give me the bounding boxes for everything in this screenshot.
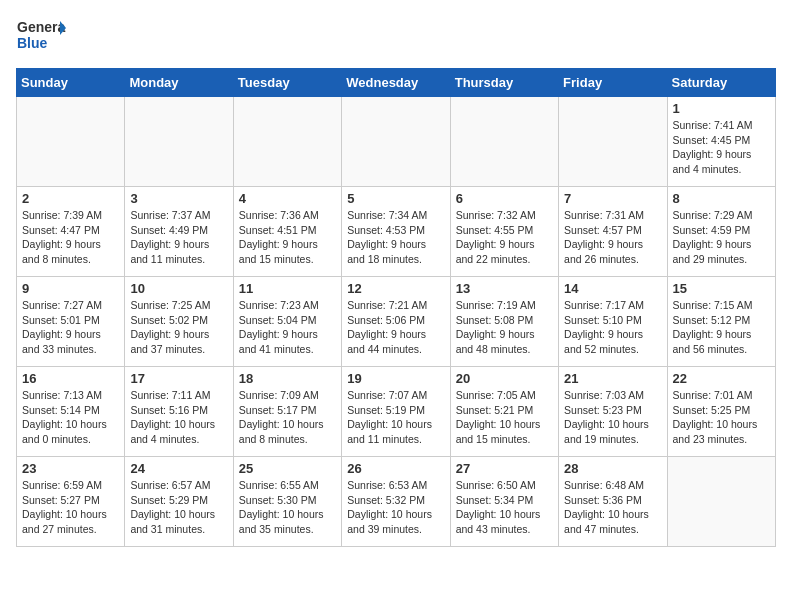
page-header: General Blue bbox=[16, 16, 776, 58]
day-info: Sunrise: 7:37 AM Sunset: 4:49 PM Dayligh… bbox=[130, 208, 227, 267]
calendar-cell: 23Sunrise: 6:59 AM Sunset: 5:27 PM Dayli… bbox=[17, 457, 125, 547]
day-info: Sunrise: 7:01 AM Sunset: 5:25 PM Dayligh… bbox=[673, 388, 770, 447]
calendar-week-row: 1Sunrise: 7:41 AM Sunset: 4:45 PM Daylig… bbox=[17, 97, 776, 187]
day-number: 20 bbox=[456, 371, 553, 386]
day-info: Sunrise: 6:59 AM Sunset: 5:27 PM Dayligh… bbox=[22, 478, 119, 537]
calendar-cell: 9Sunrise: 7:27 AM Sunset: 5:01 PM Daylig… bbox=[17, 277, 125, 367]
calendar-cell: 17Sunrise: 7:11 AM Sunset: 5:16 PM Dayli… bbox=[125, 367, 233, 457]
svg-text:General: General bbox=[17, 19, 66, 35]
day-info: Sunrise: 6:53 AM Sunset: 5:32 PM Dayligh… bbox=[347, 478, 444, 537]
day-number: 26 bbox=[347, 461, 444, 476]
day-info: Sunrise: 7:31 AM Sunset: 4:57 PM Dayligh… bbox=[564, 208, 661, 267]
day-number: 5 bbox=[347, 191, 444, 206]
day-number: 4 bbox=[239, 191, 336, 206]
calendar-cell: 13Sunrise: 7:19 AM Sunset: 5:08 PM Dayli… bbox=[450, 277, 558, 367]
day-number: 19 bbox=[347, 371, 444, 386]
day-number: 2 bbox=[22, 191, 119, 206]
day-number: 12 bbox=[347, 281, 444, 296]
day-number: 18 bbox=[239, 371, 336, 386]
calendar-week-row: 16Sunrise: 7:13 AM Sunset: 5:14 PM Dayli… bbox=[17, 367, 776, 457]
calendar-cell: 20Sunrise: 7:05 AM Sunset: 5:21 PM Dayli… bbox=[450, 367, 558, 457]
day-number: 27 bbox=[456, 461, 553, 476]
weekday-header-friday: Friday bbox=[559, 69, 667, 97]
weekday-header-wednesday: Wednesday bbox=[342, 69, 450, 97]
calendar-cell bbox=[667, 457, 775, 547]
calendar-week-row: 2Sunrise: 7:39 AM Sunset: 4:47 PM Daylig… bbox=[17, 187, 776, 277]
day-info: Sunrise: 7:25 AM Sunset: 5:02 PM Dayligh… bbox=[130, 298, 227, 357]
calendar-cell bbox=[17, 97, 125, 187]
day-number: 10 bbox=[130, 281, 227, 296]
day-number: 23 bbox=[22, 461, 119, 476]
calendar-cell bbox=[450, 97, 558, 187]
day-info: Sunrise: 7:13 AM Sunset: 5:14 PM Dayligh… bbox=[22, 388, 119, 447]
calendar-cell: 8Sunrise: 7:29 AM Sunset: 4:59 PM Daylig… bbox=[667, 187, 775, 277]
calendar-cell: 3Sunrise: 7:37 AM Sunset: 4:49 PM Daylig… bbox=[125, 187, 233, 277]
calendar-cell bbox=[559, 97, 667, 187]
day-number: 14 bbox=[564, 281, 661, 296]
day-info: Sunrise: 7:27 AM Sunset: 5:01 PM Dayligh… bbox=[22, 298, 119, 357]
calendar-week-row: 9Sunrise: 7:27 AM Sunset: 5:01 PM Daylig… bbox=[17, 277, 776, 367]
day-info: Sunrise: 6:50 AM Sunset: 5:34 PM Dayligh… bbox=[456, 478, 553, 537]
day-number: 9 bbox=[22, 281, 119, 296]
svg-text:Blue: Blue bbox=[17, 35, 48, 51]
calendar-cell: 10Sunrise: 7:25 AM Sunset: 5:02 PM Dayli… bbox=[125, 277, 233, 367]
day-number: 24 bbox=[130, 461, 227, 476]
calendar-cell: 19Sunrise: 7:07 AM Sunset: 5:19 PM Dayli… bbox=[342, 367, 450, 457]
calendar-cell: 21Sunrise: 7:03 AM Sunset: 5:23 PM Dayli… bbox=[559, 367, 667, 457]
day-info: Sunrise: 7:15 AM Sunset: 5:12 PM Dayligh… bbox=[673, 298, 770, 357]
calendar-cell: 5Sunrise: 7:34 AM Sunset: 4:53 PM Daylig… bbox=[342, 187, 450, 277]
calendar-cell: 27Sunrise: 6:50 AM Sunset: 5:34 PM Dayli… bbox=[450, 457, 558, 547]
day-info: Sunrise: 7:36 AM Sunset: 4:51 PM Dayligh… bbox=[239, 208, 336, 267]
day-info: Sunrise: 6:57 AM Sunset: 5:29 PM Dayligh… bbox=[130, 478, 227, 537]
calendar-cell: 7Sunrise: 7:31 AM Sunset: 4:57 PM Daylig… bbox=[559, 187, 667, 277]
day-number: 1 bbox=[673, 101, 770, 116]
calendar-cell: 6Sunrise: 7:32 AM Sunset: 4:55 PM Daylig… bbox=[450, 187, 558, 277]
day-number: 21 bbox=[564, 371, 661, 386]
calendar-cell bbox=[233, 97, 341, 187]
calendar-cell: 12Sunrise: 7:21 AM Sunset: 5:06 PM Dayli… bbox=[342, 277, 450, 367]
day-info: Sunrise: 6:55 AM Sunset: 5:30 PM Dayligh… bbox=[239, 478, 336, 537]
calendar-cell: 14Sunrise: 7:17 AM Sunset: 5:10 PM Dayli… bbox=[559, 277, 667, 367]
day-info: Sunrise: 7:03 AM Sunset: 5:23 PM Dayligh… bbox=[564, 388, 661, 447]
day-number: 8 bbox=[673, 191, 770, 206]
weekday-header-monday: Monday bbox=[125, 69, 233, 97]
day-info: Sunrise: 7:21 AM Sunset: 5:06 PM Dayligh… bbox=[347, 298, 444, 357]
calendar-cell: 24Sunrise: 6:57 AM Sunset: 5:29 PM Dayli… bbox=[125, 457, 233, 547]
calendar-cell: 18Sunrise: 7:09 AM Sunset: 5:17 PM Dayli… bbox=[233, 367, 341, 457]
calendar-cell: 28Sunrise: 6:48 AM Sunset: 5:36 PM Dayli… bbox=[559, 457, 667, 547]
calendar-cell: 15Sunrise: 7:15 AM Sunset: 5:12 PM Dayli… bbox=[667, 277, 775, 367]
day-info: Sunrise: 7:23 AM Sunset: 5:04 PM Dayligh… bbox=[239, 298, 336, 357]
calendar-cell: 11Sunrise: 7:23 AM Sunset: 5:04 PM Dayli… bbox=[233, 277, 341, 367]
day-number: 25 bbox=[239, 461, 336, 476]
day-number: 16 bbox=[22, 371, 119, 386]
day-info: Sunrise: 7:07 AM Sunset: 5:19 PM Dayligh… bbox=[347, 388, 444, 447]
day-info: Sunrise: 7:34 AM Sunset: 4:53 PM Dayligh… bbox=[347, 208, 444, 267]
day-number: 7 bbox=[564, 191, 661, 206]
day-number: 22 bbox=[673, 371, 770, 386]
calendar-cell: 1Sunrise: 7:41 AM Sunset: 4:45 PM Daylig… bbox=[667, 97, 775, 187]
calendar-cell: 4Sunrise: 7:36 AM Sunset: 4:51 PM Daylig… bbox=[233, 187, 341, 277]
calendar-cell bbox=[342, 97, 450, 187]
weekday-header-tuesday: Tuesday bbox=[233, 69, 341, 97]
day-info: Sunrise: 7:19 AM Sunset: 5:08 PM Dayligh… bbox=[456, 298, 553, 357]
day-number: 28 bbox=[564, 461, 661, 476]
calendar-cell: 16Sunrise: 7:13 AM Sunset: 5:14 PM Dayli… bbox=[17, 367, 125, 457]
day-number: 13 bbox=[456, 281, 553, 296]
calendar-cell bbox=[125, 97, 233, 187]
logo: General Blue bbox=[16, 16, 66, 58]
day-info: Sunrise: 6:48 AM Sunset: 5:36 PM Dayligh… bbox=[564, 478, 661, 537]
calendar-table: SundayMondayTuesdayWednesdayThursdayFrid… bbox=[16, 68, 776, 547]
day-number: 15 bbox=[673, 281, 770, 296]
day-info: Sunrise: 7:11 AM Sunset: 5:16 PM Dayligh… bbox=[130, 388, 227, 447]
day-info: Sunrise: 7:05 AM Sunset: 5:21 PM Dayligh… bbox=[456, 388, 553, 447]
day-number: 3 bbox=[130, 191, 227, 206]
weekday-header-row: SundayMondayTuesdayWednesdayThursdayFrid… bbox=[17, 69, 776, 97]
day-number: 11 bbox=[239, 281, 336, 296]
calendar-week-row: 23Sunrise: 6:59 AM Sunset: 5:27 PM Dayli… bbox=[17, 457, 776, 547]
weekday-header-saturday: Saturday bbox=[667, 69, 775, 97]
logo-svg: General Blue bbox=[16, 16, 66, 58]
day-info: Sunrise: 7:32 AM Sunset: 4:55 PM Dayligh… bbox=[456, 208, 553, 267]
day-info: Sunrise: 7:41 AM Sunset: 4:45 PM Dayligh… bbox=[673, 118, 770, 177]
day-info: Sunrise: 7:09 AM Sunset: 5:17 PM Dayligh… bbox=[239, 388, 336, 447]
day-number: 17 bbox=[130, 371, 227, 386]
